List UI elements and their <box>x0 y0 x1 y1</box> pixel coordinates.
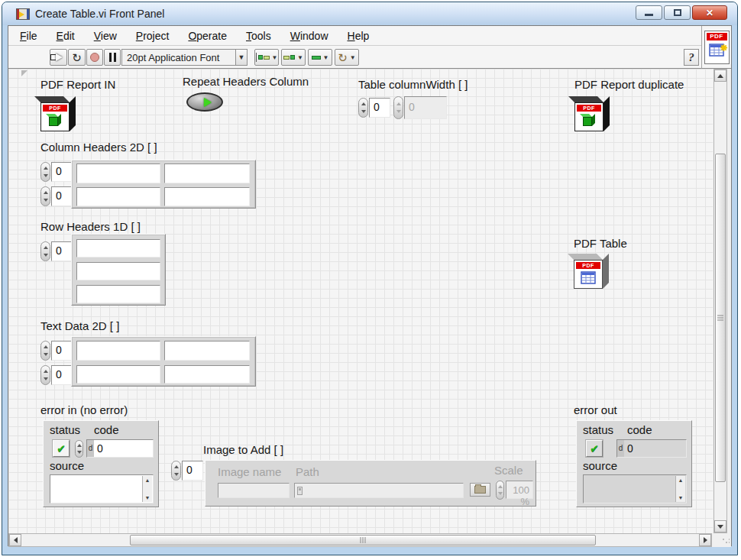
vertical-scroll-thumb[interactable] <box>715 154 726 482</box>
source-field[interactable]: ▲▼ <box>50 474 154 503</box>
code-field[interactable]: d 0 <box>86 439 154 458</box>
distribute-objects-button[interactable]: ▼ <box>281 49 306 66</box>
mini-scrollbar[interactable]: ▲▼ <box>142 476 152 502</box>
scroll-left-button[interactable] <box>9 534 21 546</box>
table-columnwidth-element[interactable]: 0 <box>393 96 447 119</box>
table-columnwidth-index[interactable]: 0 <box>358 98 390 118</box>
index-value[interactable]: 0 <box>182 461 203 481</box>
pdf-report-in-control[interactable]: PDF <box>40 96 76 132</box>
code-field[interactable]: d 0 <box>616 439 687 458</box>
column-headers-2d-index-col[interactable]: 0 <box>40 186 73 206</box>
pdf-table-indicator[interactable]: PDF <box>574 254 610 290</box>
index-spinner[interactable] <box>40 186 50 206</box>
index-spinner[interactable] <box>171 461 181 481</box>
string-cell[interactable] <box>76 239 160 257</box>
index-spinner[interactable] <box>358 98 368 118</box>
menu-help[interactable]: Help <box>348 30 370 42</box>
resize-grip[interactable] <box>722 538 730 545</box>
index-spinner[interactable] <box>40 341 50 361</box>
index-value[interactable]: 0 <box>51 341 73 361</box>
scroll-right-button[interactable] <box>699 534 711 546</box>
index-spinner[interactable] <box>40 162 50 182</box>
scroll-down-button[interactable] <box>714 520 726 532</box>
numeric-spinner[interactable] <box>75 440 83 458</box>
font-selector[interactable]: 20pt Application Font <box>121 49 236 66</box>
path-field[interactable] <box>294 483 464 498</box>
scroll-up-icon[interactable]: ▲ <box>145 477 150 483</box>
image-name-label: Image name <box>218 465 281 478</box>
string-cell[interactable] <box>76 285 160 303</box>
index-value[interactable]: 0 <box>51 186 73 206</box>
menu-view[interactable]: View <box>94 30 117 42</box>
scale-spinner-wrap[interactable] <box>496 481 505 500</box>
index-value[interactable]: 0 <box>51 365 73 385</box>
scroll-up-button[interactable] <box>714 70 726 82</box>
abort-button[interactable] <box>86 49 103 66</box>
status-boolean[interactable]: ✔ <box>53 440 70 457</box>
index-spinner[interactable] <box>40 365 50 385</box>
numeric-spinner[interactable] <box>496 481 504 500</box>
help-button[interactable]: ? <box>684 49 699 66</box>
reorder-button[interactable]: ↻▼ <box>335 49 359 66</box>
source-label: source <box>583 459 617 472</box>
scroll-down-icon[interactable]: ▼ <box>678 495 684 500</box>
string-cell[interactable] <box>76 187 160 206</box>
menu-window[interactable]: Window <box>290 30 328 42</box>
string-cell[interactable] <box>76 365 160 384</box>
menu-operate[interactable]: Operate <box>188 30 227 42</box>
column-headers-2d-index-row[interactable]: 0 <box>40 162 73 182</box>
menu-file[interactable]: File <box>20 30 37 42</box>
string-cell[interactable] <box>164 341 250 361</box>
vertical-scrollbar[interactable] <box>713 69 727 533</box>
string-cell[interactable] <box>76 262 160 280</box>
minimize-button[interactable] <box>636 5 662 20</box>
numeric-value[interactable]: 0 <box>404 96 447 119</box>
scale-field[interactable]: 100 % <box>506 481 533 499</box>
pdf-report-duplicate-indicator[interactable]: PDF <box>574 96 610 132</box>
run-continuously-button[interactable]: ↻ <box>68 49 86 66</box>
menu-project[interactable]: Project <box>136 30 170 42</box>
index-spinner[interactable] <box>40 241 50 261</box>
menu-tools[interactable]: Tools <box>246 30 271 42</box>
string-cell[interactable] <box>164 163 250 183</box>
row-headers-1d-index[interactable]: 0 <box>40 241 73 261</box>
status-boolean[interactable]: ✔ <box>586 440 603 457</box>
radix-indicator[interactable]: d <box>87 440 94 457</box>
resize-objects-button[interactable]: ▼ <box>308 49 332 66</box>
vi-icon: PDF <box>704 31 730 64</box>
horizontal-scroll-thumb[interactable] <box>130 535 596 545</box>
numeric-spinner[interactable] <box>393 96 403 119</box>
browse-button[interactable] <box>470 483 490 497</box>
scroll-down-icon[interactable]: ▼ <box>145 495 150 500</box>
index-value[interactable]: 0 <box>369 98 390 118</box>
string-cell[interactable] <box>164 365 250 384</box>
repeat-headers-column-label: Repeat Headers Column <box>183 75 309 88</box>
pause-button[interactable] <box>104 49 121 66</box>
index-value[interactable]: 0 <box>51 241 73 261</box>
run-button[interactable] <box>50 49 67 66</box>
image-name-field[interactable] <box>218 483 290 498</box>
titlebar[interactable]: Create Table.vi Front Panel ✕ <box>2 2 737 25</box>
scroll-up-icon[interactable]: ▲ <box>678 477 684 483</box>
menu-edit[interactable]: Edit <box>57 30 75 42</box>
font-selector-dropdown-icon[interactable]: ▼ <box>235 49 248 66</box>
source-field[interactable]: ▲▼ <box>583 474 687 503</box>
code-spinner-wrap[interactable] <box>75 440 84 458</box>
close-button[interactable]: ✕ <box>692 5 727 20</box>
string-cell[interactable] <box>164 187 250 206</box>
radix-indicator[interactable]: d <box>617 440 624 457</box>
horizontal-scrollbar[interactable] <box>8 533 712 547</box>
vi-icon-badge[interactable]: PDF <box>701 26 731 69</box>
front-panel[interactable]: PDF Report IN PDF Repeat Headers Column … <box>8 69 713 533</box>
pdf-report-duplicate-label: PDF Report duplicate <box>574 78 684 91</box>
image-to-add-index[interactable]: 0 <box>171 461 203 481</box>
repeat-headers-column-toggle[interactable] <box>186 92 223 112</box>
align-objects-button[interactable]: ▼ <box>254 49 279 66</box>
text-data-2d-index-col[interactable]: 0 <box>40 365 73 385</box>
maximize-button[interactable] <box>664 5 691 20</box>
string-cell[interactable] <box>76 341 160 361</box>
text-data-2d-index-row[interactable]: 0 <box>40 341 73 361</box>
mini-scrollbar[interactable]: ▲▼ <box>675 476 685 502</box>
string-cell[interactable] <box>76 163 160 183</box>
index-value[interactable]: 0 <box>51 162 73 182</box>
